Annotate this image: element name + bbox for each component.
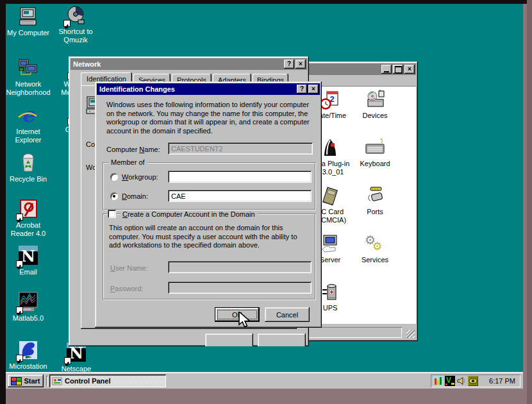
desktop-icon-my-computer[interactable]: My Computer <box>6 6 51 37</box>
windows-logo-icon <box>11 377 22 385</box>
desktop: My Computer Shortcut to Qmuzik Network N… <box>6 4 523 389</box>
workgroup-field[interactable] <box>168 171 312 183</box>
domain-radio[interactable] <box>110 192 118 200</box>
password-label: Password: <box>110 285 143 292</box>
member-of-group: Member of <box>103 162 315 210</box>
desktop-icon-label: Internet Explorer <box>6 128 51 144</box>
ups-battery-icon <box>319 282 341 303</box>
services-gears-icon: ⚙ ⚙ <box>364 234 386 255</box>
desktop-icon-qmuzik[interactable]: Shortcut to Qmuzik <box>53 5 98 44</box>
desktop-icon-microstation[interactable]: Microstation <box>6 340 51 371</box>
desktop-icon-netscape[interactable]: N Netscape <box>54 342 99 373</box>
member-of-label: Member of <box>108 158 147 166</box>
desktop-icon-label: Shortcut to Qmuzik <box>53 28 98 44</box>
desktop-icon-email[interactable]: N Email <box>6 246 51 276</box>
java-duke-icon <box>319 138 341 158</box>
control-panel-task-icon <box>52 376 62 386</box>
start-button[interactable]: Start <box>8 375 44 387</box>
network-dialog-title: Network <box>72 60 283 68</box>
shortcut-arrow-icon <box>63 20 71 27</box>
cp-item-devices[interactable]: Devices <box>354 90 395 120</box>
devices-icon <box>364 90 386 110</box>
ok-button[interactable]: OK <box>215 307 260 322</box>
help-button[interactable]: ? <box>284 60 294 69</box>
dialog-description: Windows uses the following information t… <box>106 101 313 135</box>
pc-card-icon <box>319 186 341 206</box>
identification-changes-titlebar[interactable]: Identification Changes ? × <box>97 83 320 95</box>
dialog-title: Identification Changes <box>98 85 295 93</box>
domain-field[interactable]: CAE <box>168 190 312 202</box>
matlab-icon <box>17 292 39 312</box>
desktop-icon-acrobat[interactable]: Acrobat Reader 4.0 <box>6 199 51 238</box>
keyboard-icon <box>364 138 386 158</box>
ports-icon <box>364 186 386 206</box>
computer-name-label: Computer Name: <box>106 146 160 153</box>
network-neighborhood-icon <box>17 58 39 78</box>
password-field <box>168 282 312 294</box>
desktop-icon-matlab[interactable]: Matlab5.0 <box>6 292 51 323</box>
meter-tray-icon[interactable] <box>433 376 444 386</box>
maximize-button[interactable] <box>393 65 403 74</box>
cp-item-keyboard[interactable]: Keyboard <box>354 138 395 168</box>
desktop-icon-internet-explorer[interactable]: e Internet Explorer <box>6 105 51 144</box>
cp-item-label: Keyboard <box>354 160 395 168</box>
desktop-icon-label: Recycle Bin <box>6 175 51 183</box>
shortcut-arrow-icon <box>16 214 23 221</box>
shortcut-arrow-icon <box>16 260 23 267</box>
antivirus-tray-icon[interactable]: V <box>445 376 455 386</box>
cp-item-services[interactable]: ⚙ ⚙ Services <box>354 234 395 264</box>
workgroup-radio[interactable] <box>110 173 118 181</box>
network-titlebar[interactable]: Network ? × <box>71 58 307 70</box>
minimize-button[interactable] <box>381 65 392 74</box>
task-button-control-panel[interactable]: Control Panel <box>49 375 166 387</box>
desktop-icon-label: Email <box>6 268 51 276</box>
taskbar-divider <box>46 376 48 386</box>
desktop-icon-label: Acrobat Reader 4.0 <box>6 221 51 238</box>
create-account-label: Create a Computer Account in the Domain <box>121 210 257 218</box>
email-netscape-icon: N <box>17 246 39 266</box>
display-eye-tray-icon[interactable] <box>468 376 478 386</box>
identification-changes-dialog: Identification Changes ? × Windows uses … <box>95 81 322 328</box>
cancel-button[interactable]: Cancel <box>265 307 310 322</box>
desktop-icon-network-neighborhood[interactable]: Network Neighborhood <box>6 58 51 97</box>
computer-name-field: CAESTUDENT2 <box>168 142 313 155</box>
user-name-field <box>168 261 312 273</box>
shortcut-arrow-icon <box>16 355 23 362</box>
desktop-icon-label: Microstation <box>6 362 51 371</box>
my-computer-icon <box>17 6 39 27</box>
cp-item-ports[interactable]: Ports <box>354 186 395 216</box>
domain-label: Domain: <box>122 192 148 200</box>
desktop-icon-recycle-bin[interactable]: Recycle Bin <box>6 153 51 183</box>
shortcut-arrow-icon <box>64 357 71 364</box>
close-button[interactable]: × <box>295 60 306 69</box>
desktop-icon-label: Matlab5.0 <box>6 314 51 323</box>
user-name-label: User Name: <box>110 264 148 272</box>
recycle-bin-icon <box>17 153 39 173</box>
volume-tray-icon[interactable] <box>456 376 467 386</box>
taskbar-clock: 6:17 PM <box>479 377 520 385</box>
server-icon <box>319 234 341 255</box>
desktop-icon-label: Network Neighborhood <box>6 80 51 97</box>
close-button[interactable]: × <box>308 85 319 94</box>
network-ok-button[interactable] <box>205 333 253 346</box>
taskbar: Start Control Panel V <box>6 372 523 389</box>
cp-item-label: Services <box>354 256 395 264</box>
monitor-bezel-right <box>527 0 532 404</box>
system-tray: V 6:17 PM <box>431 375 520 387</box>
cp-item-label: Ports <box>354 208 395 216</box>
shortcut-arrow-icon <box>16 307 23 314</box>
acrobat-reader-icon <box>17 199 39 219</box>
microstation-icon <box>17 340 39 360</box>
help-button[interactable]: ? <box>297 85 307 94</box>
network-cancel-button[interactable] <box>258 333 306 346</box>
cp-item-label: Devices <box>354 112 395 120</box>
close-button[interactable]: × <box>404 65 415 74</box>
internet-explorer-icon: e <box>17 105 39 126</box>
create-account-checkbox[interactable] <box>108 210 116 218</box>
qmuzik-icon <box>65 5 87 26</box>
monitor-bezel-left <box>0 0 6 404</box>
workgroup-label: Workgroup: <box>122 173 158 181</box>
desktop-icon-label: My Computer <box>6 29 51 37</box>
create-account-description: This option will create an account on th… <box>109 224 303 250</box>
resize-grip[interactable] <box>406 330 415 338</box>
